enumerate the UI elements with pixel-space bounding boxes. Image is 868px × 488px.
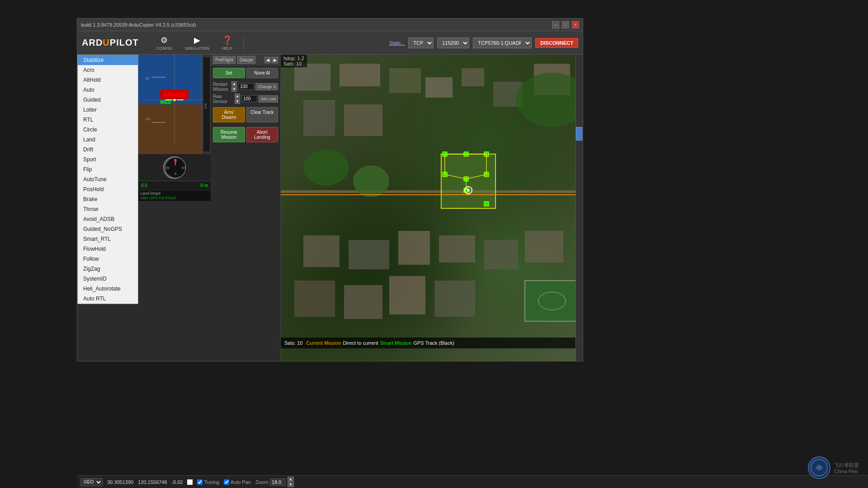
svg-rect-48	[398, 231, 430, 265]
val1-up[interactable]: ▲	[231, 81, 237, 86]
right-scrollbar[interactable]	[576, 55, 583, 361]
svg-point-30	[516, 73, 576, 127]
disconnect-button[interactable]: DISCONNECT	[535, 38, 578, 48]
val1-input[interactable]	[238, 83, 254, 90]
svg-rect-56	[525, 281, 576, 321]
arrow-right-btn[interactable]: ▶	[272, 57, 278, 63]
none-al-button[interactable]: None Al	[246, 68, 278, 78]
clear-track-button[interactable]: Clear Track	[246, 107, 278, 122]
svg-rect-49	[439, 235, 475, 263]
zoom-control: Zoom ▲ ▼	[255, 477, 294, 487]
svg-rect-53	[344, 285, 382, 319]
preflight-button[interactable]: PreFlight	[213, 56, 236, 64]
flight-mode-item-rtl[interactable]: RTL	[78, 115, 138, 125]
svg-text:W: W	[166, 166, 170, 170]
flight-mode-item-loiter[interactable]: Loiter	[78, 105, 138, 115]
config-button[interactable]: ⚙ CONFIG	[152, 33, 176, 53]
abort-landing-button[interactable]: AbortLanding	[246, 127, 278, 142]
minimize-button[interactable]: –	[552, 21, 559, 28]
armed-text: ARMED MED	[160, 91, 189, 105]
flight-mode-item-smart-rtl[interactable]: Smart_RTL	[78, 234, 138, 244]
watermark: 飞行者联盟China Flier	[808, 456, 859, 479]
config-icon: ⚙	[160, 35, 168, 45]
baud-dropdown[interactable]: 115200	[437, 38, 469, 48]
tcp-dropdown[interactable]: TCP	[408, 38, 434, 48]
instrument-panel: 10 -10 ARMED MED	[138, 55, 211, 361]
lat-value: 30.3051390	[107, 479, 133, 485]
coord-system-select[interactable]: GEO	[80, 478, 103, 486]
altitude-bar: 0 m	[202, 55, 211, 154]
svg-rect-19	[340, 64, 380, 86]
svg-point-29	[353, 165, 389, 197]
zoom-input[interactable]	[270, 479, 286, 486]
compass-indicator: N S W E	[163, 156, 186, 179]
simulation-button[interactable]: ▶ SIMULATION	[181, 33, 213, 53]
maximize-button[interactable]: □	[562, 21, 569, 28]
flight-mode-item-stabilize[interactable]: Stabilize	[78, 55, 138, 65]
zoom-label: Zoom	[255, 479, 268, 485]
gps-track: GPS Track (Black)	[413, 340, 454, 346]
change-s-btn[interactable]: Change S	[255, 83, 278, 90]
close-button[interactable]: ×	[572, 21, 579, 28]
flight-mode-item-flip[interactable]: Flip	[78, 164, 138, 174]
auto-pan-checkbox[interactable]	[224, 479, 229, 485]
svg-rect-46	[303, 235, 340, 267]
arm-disarm-button[interactable]: Arm/Disarm	[213, 107, 245, 122]
flight-mode-item-auto-rtl[interactable]: Auto RTL	[78, 294, 138, 304]
val1-down[interactable]: ▼	[231, 87, 237, 92]
flight-mode-item-follow[interactable]: Follow	[78, 254, 138, 264]
flight-mode-item-auto[interactable]: Auto	[78, 85, 138, 95]
flight-mode-item-guided[interactable]: Guided	[78, 95, 138, 105]
title-controls: – □ ×	[552, 21, 579, 28]
gauge-button[interactable]: Gauge	[237, 56, 255, 64]
simulation-label: SIMULATION	[185, 46, 209, 51]
arrow-left-btn[interactable]: ◀	[264, 57, 271, 63]
map-area[interactable]: hdop: 1.2 Sats: 10 Sats: 10 Current Miss…	[281, 55, 576, 361]
svg-text:10: 10	[145, 76, 149, 80]
val2-down[interactable]: ▼	[235, 99, 240, 104]
none-al-label: None Al	[254, 70, 270, 75]
stats-link[interactable]: Stats...	[389, 40, 405, 46]
flight-mode-item-autotune[interactable]: AutoTune	[78, 174, 138, 184]
flight-mode-item-guided-nogps[interactable]: Guided_NoGPS	[78, 224, 138, 234]
config-label: CONFIG	[156, 46, 172, 51]
flight-mode-item-heli-autorotate[interactable]: Heli_Autorotate	[78, 284, 138, 294]
flight-mode-item-brake[interactable]: Brake	[78, 194, 138, 204]
flight-mode-item-systemid[interactable]: SystemID	[78, 274, 138, 284]
flight-mode-item-flowhold[interactable]: FlowHold	[78, 244, 138, 254]
alt-value: -0.02	[171, 479, 183, 485]
val2-up[interactable]: ▲	[235, 94, 240, 99]
resume-mission-button[interactable]: ResumeMission	[213, 127, 245, 142]
flight-mode-item-drift[interactable]: Drift	[78, 145, 138, 155]
zoom-up-btn[interactable]: ▲	[288, 477, 294, 482]
help-button[interactable]: ❓ HELP	[218, 33, 237, 53]
flight-mode-item-sport[interactable]: Sport	[78, 155, 138, 164]
flight-mode-item-avoid-adsb[interactable]: Avoid_ADSB	[78, 214, 138, 224]
scroll-thumb[interactable]	[576, 127, 582, 141]
map-svg	[281, 55, 576, 361]
auto-pan-label: Auto Pan	[231, 479, 251, 485]
control-row-1: Set None Al	[211, 66, 280, 80]
zoom-down-btn[interactable]: ▼	[288, 482, 294, 487]
map-info-bar: Sats: 10 Current Mission Direct to curre…	[281, 338, 576, 348]
flight-mode-item-land[interactable]: Land	[78, 135, 138, 145]
flight-mode-dropdown: StabilizeAcroAltHoldAutoGuidedLoiterRTLC…	[77, 55, 138, 304]
restart-mission-label: RestartMission	[213, 82, 230, 92]
svg-rect-23	[425, 77, 453, 98]
val2-input[interactable]	[241, 95, 257, 102]
set-button[interactable]: Set	[213, 68, 245, 78]
port-dropdown[interactable]: TCP5760-1:QUADROTI	[473, 38, 532, 48]
flight-mode-item-circle[interactable]: Circle	[78, 125, 138, 135]
raw-sensor-label: RawSensor	[213, 94, 233, 104]
hdop-display: hdop: 1.2 Sats: 10	[281, 55, 307, 67]
hud-area: 10 -10 ARMED MED	[138, 55, 211, 154]
svg-text:E: E	[182, 166, 184, 170]
set-loid-btn[interactable]: Set Loid	[259, 95, 278, 103]
flight-mode-item-acro[interactable]: Acro	[78, 65, 138, 75]
flight-mode-item-zigzag[interactable]: ZigZag	[78, 264, 138, 274]
tuning-checkbox[interactable]	[197, 479, 203, 485]
flight-mode-item-throw[interactable]: Throw	[78, 204, 138, 214]
flight-mode-item-poshold[interactable]: PosHold	[78, 184, 138, 194]
tuning-checkbox-item: Tuning	[197, 479, 219, 485]
flight-mode-item-althold[interactable]: AltHold	[78, 75, 138, 85]
